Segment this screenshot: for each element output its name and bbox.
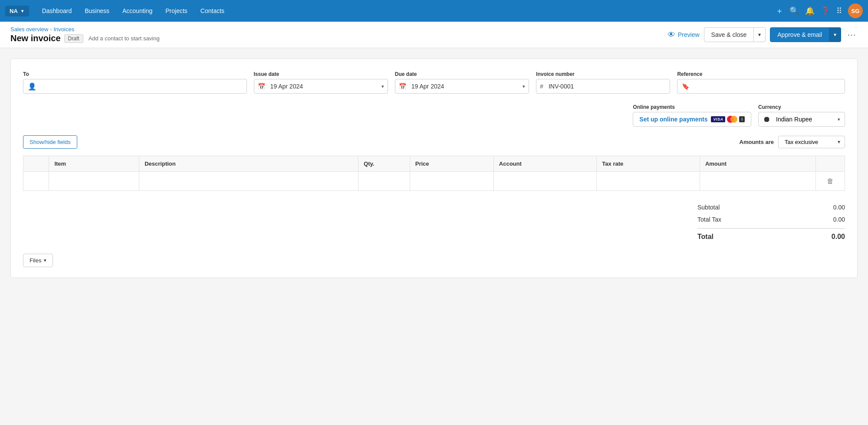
row-qty-input[interactable] — [363, 178, 405, 185]
form-row-1: To 👤 Issue date 📅 ▾ Due date 📅 — [23, 71, 845, 94]
nav-accounting[interactable]: Accounting — [116, 5, 158, 17]
nav-business[interactable]: Business — [79, 5, 115, 17]
org-name: NA — [10, 8, 18, 14]
col-header-account: Account — [493, 156, 597, 172]
approve-email-button[interactable]: Approve & email — [770, 27, 829, 42]
calendar-icon-due: 📅 — [399, 83, 406, 90]
org-switcher[interactable]: NA ▼ — [5, 6, 29, 16]
hash-icon: # — [540, 83, 543, 90]
amounts-select-wrap: Tax exclusive ▾ — [778, 136, 845, 148]
amounts-are-label: Amounts are — [740, 139, 774, 145]
bell-icon[interactable]: 🔔 — [805, 6, 815, 16]
nav-dashboard[interactable]: Dashboard — [36, 5, 78, 17]
due-date-chevron-icon[interactable]: ▾ — [523, 84, 525, 89]
table-header-row: Item Description Qty. Price Account Tax … — [23, 156, 845, 172]
nav-contacts[interactable]: Contacts — [194, 5, 230, 17]
show-hide-fields-button[interactable]: Show/hide fields — [23, 135, 77, 149]
amounts-are-select[interactable]: Tax exclusive — [783, 136, 835, 148]
issue-date-chevron-icon[interactable]: ▾ — [381, 84, 384, 89]
breadcrumb-current[interactable]: Invoices — [53, 26, 74, 33]
grid-icon[interactable]: ⠿ — [836, 6, 842, 16]
issue-date-group: Issue date 📅 ▾ — [254, 71, 388, 94]
reference-label: Reference — [677, 71, 845, 77]
row-tax-input[interactable] — [601, 178, 695, 185]
subtotal-label: Subtotal — [697, 204, 720, 211]
files-button[interactable]: Files ▾ — [23, 254, 53, 267]
preview-label: Preview — [678, 31, 700, 38]
org-chevron-icon: ▼ — [20, 9, 25, 13]
subtotal-value: 0.00 — [810, 204, 845, 211]
issue-date-wrap: 📅 ▾ — [254, 79, 388, 94]
invoice-table: Item Description Qty. Price Account Tax … — [23, 156, 845, 191]
row-qty[interactable] — [358, 172, 410, 191]
invoice-number-input[interactable] — [547, 79, 667, 93]
row-delete: 🗑 — [816, 172, 845, 191]
preview-button[interactable]: 👁 Preview — [667, 30, 700, 39]
mastercard-icon — [727, 116, 737, 123]
total-tax-label: Total Tax — [697, 216, 721, 223]
row-account-input[interactable] — [498, 178, 592, 185]
currency-select[interactable]: Indian Rupee — [774, 112, 834, 126]
calendar-icon-issue: 📅 — [258, 83, 265, 90]
col-header-delete — [816, 156, 845, 172]
options-row: Show/hide fields Amounts are Tax exclusi… — [23, 135, 845, 149]
total-row: Total 0.00 — [697, 228, 845, 243]
row-description[interactable] — [139, 172, 358, 191]
save-close-dropdown[interactable]: ▾ — [754, 27, 766, 42]
setup-payments-button[interactable]: Set up online payments VISA i — [633, 112, 751, 127]
currency-chevron-icon: ▾ — [838, 117, 840, 122]
due-date-group: Due date 📅 ▾ — [395, 71, 529, 94]
reference-input[interactable] — [693, 79, 840, 93]
card-icons: VISA i — [711, 116, 745, 123]
online-payments-label: Online payments — [633, 104, 751, 110]
invoice-footer: Files ▾ — [23, 254, 845, 267]
approve-email-dropdown[interactable]: ▾ — [829, 27, 841, 42]
totals-table: Subtotal 0.00 Total Tax 0.00 Total 0.00 — [697, 201, 845, 243]
row-amount[interactable] — [700, 172, 815, 191]
help-icon[interactable]: ❓ — [821, 6, 830, 16]
row-item[interactable] — [49, 172, 139, 191]
bookmark-icon: 🔖 — [682, 83, 689, 90]
setup-payments-label: Set up online payments — [639, 116, 707, 123]
row-account[interactable] — [493, 172, 597, 191]
amounts-are-group: Amounts are Tax exclusive ▾ — [740, 136, 845, 148]
page-title: New invoice — [10, 33, 61, 43]
issue-date-input[interactable] — [269, 79, 378, 93]
search-icon[interactable]: 🔍 — [789, 6, 799, 16]
nav-projects[interactable]: Projects — [159, 5, 194, 17]
nav-links: Dashboard Business Accounting Projects C… — [36, 5, 774, 17]
currency-label: Currency — [758, 104, 845, 110]
avatar[interactable]: SG — [848, 3, 863, 18]
delete-row-button[interactable]: 🗑 — [825, 176, 835, 187]
row-price[interactable] — [410, 172, 493, 191]
row-amount-input[interactable] — [704, 178, 811, 185]
add-icon[interactable]: ＋ — [776, 6, 783, 16]
row-num — [23, 172, 49, 191]
row-desc-input[interactable] — [144, 178, 354, 185]
header-subtitle: Add a contact to start saving — [89, 35, 160, 42]
visa-icon: VISA — [711, 116, 725, 122]
due-date-input[interactable] — [410, 79, 519, 93]
reference-wrap: 🔖 — [677, 79, 845, 94]
save-close-group: Save & close ▾ — [704, 27, 766, 42]
invoice-number-group: Invoice number # — [536, 71, 670, 94]
breadcrumb-parent[interactable]: Sales overview — [10, 26, 48, 33]
header-actions: 👁 Preview Save & close ▾ Approve & email… — [667, 27, 858, 42]
save-close-button[interactable]: Save & close — [704, 27, 754, 42]
page-header: Sales overview › Invoices New invoice Dr… — [0, 22, 868, 48]
row-item-input[interactable] — [53, 178, 135, 185]
row-tax-rate[interactable] — [597, 172, 700, 191]
breadcrumb-separator: › — [50, 26, 52, 33]
breadcrumb: Sales overview › Invoices — [10, 26, 160, 33]
more-options-button[interactable]: ⋯ — [845, 28, 858, 42]
col-header-tax-rate: Tax rate — [597, 156, 700, 172]
to-input[interactable] — [40, 79, 242, 93]
main-content: To 👤 Issue date 📅 ▾ Due date 📅 — [0, 48, 868, 288]
col-header-description: Description — [139, 156, 358, 172]
header-left: Sales overview › Invoices New invoice Dr… — [10, 26, 160, 43]
online-payments-group: Online payments Set up online payments V… — [633, 104, 751, 127]
row-price-input[interactable] — [414, 178, 489, 185]
reference-group: Reference 🔖 — [677, 71, 845, 94]
col-header-amount: Amount — [700, 156, 815, 172]
page-title-row: New invoice Draft Add a contact to start… — [10, 33, 160, 43]
